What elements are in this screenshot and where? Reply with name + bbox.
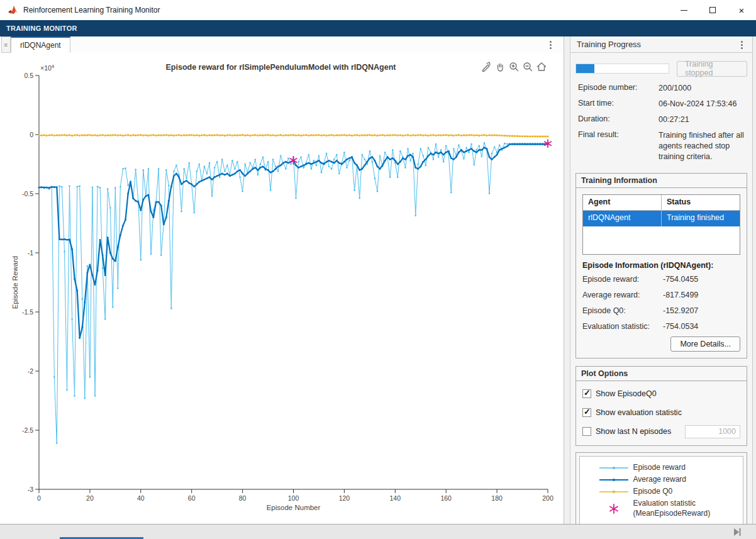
- svg-text:60: 60: [188, 494, 196, 502]
- tab-grip-handle[interactable]: ≡: [1, 36, 11, 53]
- training-stopped-button[interactable]: Training stopped: [677, 61, 747, 77]
- expand-panel-icon[interactable]: [732, 528, 742, 536]
- evaluation-statistic-label: Evaluation statistic:: [582, 322, 650, 331]
- svg-text:-3: -3: [28, 486, 33, 493]
- legend-episode-reward-label: Episode reward: [633, 463, 686, 473]
- legend-episode-reward: Episode reward: [594, 462, 729, 474]
- training-information-section: Training Information Agent Status rlDQNA…: [575, 173, 747, 358]
- panel-options-menu-icon[interactable]: [737, 40, 746, 49]
- show-evaluation-statistic-checkbox[interactable]: [582, 408, 591, 417]
- episode-q0-value: -152.9207: [663, 306, 698, 315]
- legend-average-reward: Average reward: [594, 474, 729, 486]
- chart-document: 0.50-0.5-1-1.5-2-2.5-3020406080100120140…: [0, 53, 564, 524]
- zoom-in-icon[interactable]: [508, 60, 520, 72]
- window-title: Reinforcement Learning Training Monitor: [23, 6, 160, 14]
- svg-text:0.5: 0.5: [24, 72, 33, 79]
- chart-legend: Episode reward Average reward Episode Q0…: [579, 456, 743, 526]
- plot-options-title: Plot Options: [576, 367, 747, 381]
- final-result-label: Final result:: [578, 130, 619, 139]
- app-window: Reinforcement Learning Training Monitor …: [0, 0, 756, 539]
- tab-options-menu-icon[interactable]: [546, 40, 555, 49]
- average-reward-row: Average reward: -817.5499: [582, 287, 740, 303]
- episode-reward-value: -754.0455: [663, 275, 698, 284]
- svg-text:Episode Reward: Episode Reward: [11, 256, 19, 309]
- svg-text:-1.5: -1.5: [22, 308, 33, 316]
- svg-text:20: 20: [86, 494, 94, 502]
- training-progress-bar: [575, 64, 669, 74]
- agent-column-header: Agent: [583, 195, 662, 210]
- agent-cell: rlDQNAgent: [583, 211, 662, 226]
- episode-reward-label: Episode reward:: [582, 275, 639, 284]
- title-bar: Reinforcement Learning Training Monitor …: [0, 0, 756, 20]
- show-evaluation-statistic-option: Show evaluation statistic: [582, 406, 740, 419]
- svg-text:-0.5: -0.5: [22, 190, 33, 197]
- average-reward-swatch: [594, 476, 633, 484]
- last-n-episodes-input[interactable]: [685, 425, 740, 438]
- tab-rldqnagent[interactable]: rlDQNAgent: [11, 36, 70, 53]
- duration-value: 00:27:21: [659, 114, 753, 125]
- duration-label: Duration:: [578, 114, 610, 123]
- svg-text:0: 0: [37, 494, 41, 502]
- episode-q0-swatch: [594, 488, 633, 496]
- legend-average-reward-label: Average reward: [633, 475, 687, 485]
- start-time-label: Start time:: [578, 99, 614, 108]
- status-cell: Training finished: [662, 211, 740, 226]
- matlab-logo-icon: [8, 5, 18, 15]
- show-last-n-episodes-checkbox[interactable]: [582, 427, 591, 436]
- home-icon[interactable]: [535, 60, 547, 72]
- svg-text:120: 120: [339, 494, 350, 502]
- document-tab-bar: ≡ rlDQNAgent: [0, 36, 564, 53]
- svg-text:200: 200: [542, 494, 553, 502]
- svg-text:160: 160: [440, 494, 452, 502]
- table-row[interactable]: rlDQNAgent Training finished: [583, 211, 740, 226]
- show-last-n-episodes-label: Show last N episodes: [596, 427, 671, 436]
- svg-text:180: 180: [491, 494, 503, 502]
- svg-text:Episode Number: Episode Number: [267, 504, 321, 511]
- minimize-icon[interactable]: [669, 0, 698, 20]
- agent-status-table: Agent Status rlDQNAgent Training finishe…: [582, 194, 740, 255]
- tab-training-monitor[interactable]: TRAINING MONITOR: [0, 25, 84, 32]
- maximize-icon[interactable]: [698, 0, 727, 20]
- reward-chart[interactable]: 0.50-0.5-1-1.5-2-2.5-3020406080100120140…: [0, 53, 564, 524]
- chart-title: Episode reward for rlSimplePendulumModel…: [0, 63, 562, 72]
- plot-options-section: Plot Options Show EpisodeQ0 Show evaluat…: [575, 366, 747, 446]
- close-icon[interactable]: ×: [727, 0, 756, 20]
- duration-row: Duration: 00:27:21: [575, 111, 747, 126]
- episode-q0-row: Episode Q0: -152.9207: [582, 303, 740, 318]
- legend-episode-q0: Episode Q0: [594, 486, 729, 497]
- average-reward-label: Average reward:: [582, 291, 640, 299]
- svg-text:140: 140: [390, 494, 401, 502]
- table-header-row: Agent Status: [583, 195, 740, 211]
- episode-reward-swatch: [594, 464, 633, 472]
- panel-header: Training Progress: [570, 36, 752, 53]
- legend-evaluation-statistic: Evaluation statistic (MeanEpisodeReward): [594, 497, 729, 520]
- zoom-out-icon[interactable]: [521, 60, 533, 72]
- legend-episode-q0-label: Episode Q0: [633, 487, 673, 497]
- show-last-n-episodes-option: Show last N episodes: [582, 425, 740, 438]
- legend-evaluation-statistic-label: Evaluation statistic (MeanEpisodeReward): [633, 499, 711, 518]
- episode-information-title: Episode Information (rlDQNAgent):: [582, 261, 740, 270]
- svg-text:-1: -1: [28, 249, 33, 257]
- show-episodeq0-checkbox[interactable]: [582, 389, 591, 398]
- episode-number-label: Episode number:: [578, 83, 638, 92]
- export-icon[interactable]: [480, 60, 492, 72]
- training-information-title: Training Information: [576, 174, 747, 188]
- legend-section: Episode reward Average reward Episode Q0…: [575, 452, 747, 530]
- episode-number-row: Episode number: 200/1000: [575, 79, 747, 95]
- evaluation-statistic-star-icon: [594, 502, 633, 516]
- more-details-button[interactable]: More Details...: [670, 336, 740, 352]
- status-column-header: Status: [662, 195, 740, 210]
- document-area: ≡ rlDQNAgent 0.50-0.5-1-1.5-2-2.5-302040…: [0, 36, 564, 524]
- episode-reward-row: Episode reward: -754.0455: [582, 271, 740, 287]
- average-reward-value: -817.5499: [663, 291, 698, 299]
- start-time-row: Start time: 06-Nov-2024 17:53:46: [575, 95, 747, 111]
- evaluation-statistic-value: -754.0534: [663, 322, 698, 331]
- svg-text:80: 80: [239, 494, 247, 502]
- show-episodeq0-option: Show EpisodeQ0: [582, 387, 740, 400]
- svg-text:100: 100: [288, 494, 299, 502]
- axes-toolbar: [480, 60, 547, 72]
- toolstrip: TRAINING MONITOR: [0, 20, 756, 36]
- svg-text:-2.5: -2.5: [22, 426, 33, 434]
- pan-icon[interactable]: [494, 60, 506, 72]
- right-edge-strip: [752, 36, 756, 524]
